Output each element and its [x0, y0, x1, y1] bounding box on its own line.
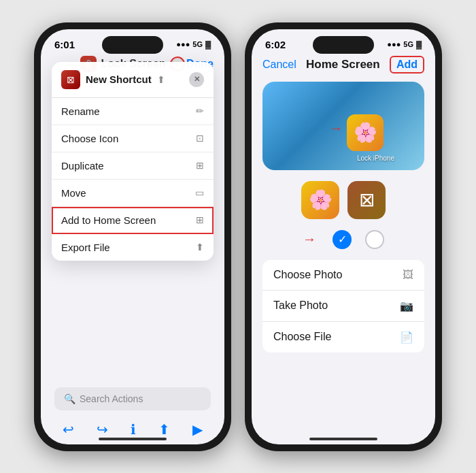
flower-icon-option[interactable]: 🌸 [301, 181, 339, 219]
menu-item-duplicate[interactable]: Duplicate ⊞ [52, 152, 214, 180]
camera-icon: 📷 [400, 299, 413, 312]
dynamic-island-1 [102, 36, 163, 54]
menu-item-export[interactable]: Export File ⬆ [52, 234, 214, 261]
rename-label: Rename [61, 105, 100, 117]
bottom-toolbar-1: ↩ ↪ ℹ ⬆ ▶ [41, 421, 224, 438]
radio-selected[interactable]: ✓ [333, 230, 352, 249]
phone-1: 6:01 ●●● 5G ▓ 🔒 Lock Screen ▾ Done ⊠ [34, 22, 231, 451]
wallpaper-preview: 🌸 Lock iPhone → [262, 82, 424, 170]
choose-file-label: Choose File [273, 331, 331, 343]
radio-arrow-icon: → [303, 231, 316, 247]
shortcuts-option-icon: ⊠ [359, 189, 375, 211]
export-icon: ⬆ [196, 242, 204, 252]
shortcut-share-icon: ⬆ [157, 74, 165, 85]
context-menu: ⊠ New Shortcut ⬆ ✕ Rename ✏ Choose Icon … [52, 62, 214, 261]
battery-icon-1: ▓ [205, 40, 211, 48]
network-icon-1: 5G [192, 40, 203, 48]
undo-icon[interactable]: ↩ [63, 421, 74, 438]
duplicate-icon: ⊞ [196, 160, 204, 171]
phone-1-screen: 6:01 ●●● 5G ▓ 🔒 Lock Screen ▾ Done ⊠ [41, 29, 224, 444]
share-icon[interactable]: ⬆ [158, 421, 170, 438]
time-1: 6:01 [54, 39, 75, 50]
checkmark-icon: ✓ [338, 233, 347, 246]
file-icon: 📄 [400, 331, 413, 344]
shortcut-name: New Shortcut [86, 74, 152, 85]
choose-icon-label: Choose Icon [61, 133, 118, 144]
preview-arrow-icon: → [329, 120, 343, 136]
signal-icon-1: ●●● [176, 40, 190, 48]
play-icon[interactable]: ▶ [192, 421, 203, 438]
add-home-label: Add to Home Screen [61, 214, 156, 226]
move-icon: ▭ [195, 187, 204, 198]
add-home-icon: ⊞ [196, 214, 204, 225]
flower-option-icon: 🌸 [309, 189, 333, 211]
status-icons-2: ●●● 5G ▓ [387, 40, 422, 48]
battery-icon-2: ▓ [416, 40, 422, 48]
flower-icon: 🌸 [354, 121, 377, 144]
shortcuts-icon-option[interactable]: ⊠ [347, 181, 386, 219]
radio-row: → ✓ [252, 227, 435, 252]
phone-2: 6:02 ●●● 5G ▓ Cancel Home Screen Add 🌸 L… [245, 22, 442, 451]
menu-header: ⊠ New Shortcut ⬆ ✕ [52, 62, 214, 98]
photo-icon: 🖼 [403, 269, 413, 281]
phone2-header: Cancel Home Screen Add [252, 53, 435, 79]
signal-icon-2: ●●● [387, 40, 401, 48]
menu-close-button[interactable]: ✕ [189, 72, 204, 87]
menu-item-rename[interactable]: Rename ✏ [52, 98, 214, 125]
search-bar[interactable]: 🔍 Search Actions [54, 387, 211, 410]
app-icon-preview: 🌸 [347, 114, 384, 151]
time-2: 6:02 [265, 39, 286, 50]
info-icon[interactable]: ℹ [131, 421, 136, 438]
add-button[interactable]: Add [390, 56, 424, 74]
menu-item-add-home[interactable]: Add to Home Screen ⊞ [52, 207, 214, 234]
choose-photo-option[interactable]: Choose Photo 🖼 [262, 260, 424, 291]
phone-2-screen: 6:02 ●●● 5G ▓ Cancel Home Screen Add 🌸 L… [252, 29, 435, 444]
take-photo-option[interactable]: Take Photo 📷 [262, 291, 424, 322]
home-bar-2 [309, 438, 377, 440]
search-placeholder: Search Actions [80, 393, 143, 404]
shortcut-app-icon: ⊠ [61, 70, 80, 89]
dynamic-island-2 [313, 36, 374, 54]
app-icon-label: Lock iPhone [357, 154, 394, 162]
export-label: Export File [61, 242, 110, 253]
choose-photo-label: Choose Photo [273, 269, 342, 281]
list-options: Choose Photo 🖼 Take Photo 📷 Choose File … [262, 260, 424, 353]
move-label: Move [61, 187, 86, 199]
menu-item-choose-icon[interactable]: Choose Icon ⊡ [52, 125, 214, 152]
radio-unselected[interactable] [365, 230, 384, 249]
network-icon-2: 5G [403, 40, 413, 48]
search-icon: 🔍 [64, 393, 75, 404]
choose-icon-icon: ⊡ [196, 133, 204, 144]
icon-selector-row: 🌸 ⊠ [252, 173, 435, 227]
take-photo-label: Take Photo [273, 299, 328, 312]
home-screen-title: Home Screen [306, 58, 380, 71]
choose-file-option[interactable]: Choose File 📄 [262, 322, 424, 353]
redo-icon[interactable]: ↪ [97, 421, 108, 438]
status-icons-1: ●●● 5G ▓ [176, 40, 211, 48]
duplicate-label: Duplicate [61, 160, 104, 172]
rename-icon: ✏ [196, 105, 204, 116]
menu-item-move[interactable]: Move ▭ [52, 180, 214, 207]
home-bar-1 [99, 438, 167, 440]
shortcut-info: ⊠ New Shortcut ⬆ [61, 70, 165, 89]
cancel-button[interactable]: Cancel [262, 59, 296, 71]
